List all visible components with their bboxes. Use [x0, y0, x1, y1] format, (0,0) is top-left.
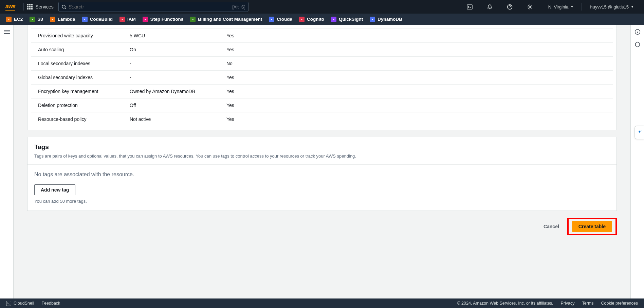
tag-limit-hint: You can add 50 more tags. — [34, 199, 610, 204]
toolbar-item-label: Cognito — [307, 17, 324, 22]
toolbar-item-dynamodb[interactable]: ▪DynamoDB — [370, 17, 402, 22]
toolbar-item-label: Billing and Cost Management — [198, 17, 262, 22]
toolbar-item-cloud9[interactable]: ▪Cloud9 — [269, 17, 292, 22]
feedback-link[interactable]: Feedback — [41, 301, 60, 306]
favorites-toolbar: ▪EC2▪S3▪Lambda▪CodeBuild▪IAM▪Step Functi… — [0, 14, 644, 25]
help-icon[interactable] — [503, 4, 516, 10]
setting-name: Provisioned write capacity — [38, 33, 130, 38]
toolbar-item-codebuild[interactable]: ▪CodeBuild — [82, 17, 113, 22]
service-icon: ▪ — [299, 17, 305, 22]
toolbar-item-step-functions[interactable]: ▪Step Functions — [143, 17, 184, 22]
service-icon: ▪ — [190, 17, 196, 22]
terms-link[interactable]: Terms — [582, 301, 594, 306]
account-menu[interactable]: huyvv15 @ glutis15▼ — [585, 4, 639, 10]
add-tag-button[interactable]: Add new tag — [34, 184, 75, 195]
chevron-down-icon: ▼ — [571, 5, 574, 8]
toolbar-item-s3[interactable]: ▪S3 — [30, 17, 43, 22]
toolbar-item-label: Cloud9 — [277, 17, 292, 22]
setting-editable: Yes — [226, 103, 606, 108]
cloudshell-link[interactable]: >_ CloudShell — [6, 301, 34, 306]
settings-icon[interactable] — [523, 4, 536, 10]
setting-editable: Yes — [226, 116, 606, 122]
sparkle-icon — [637, 130, 642, 135]
info-icon[interactable] — [634, 29, 641, 36]
region-selector[interactable]: N. Virginia▼ — [544, 4, 578, 10]
notifications-icon[interactable] — [483, 4, 496, 10]
toolbar-item-ec2[interactable]: ▪EC2 — [6, 17, 23, 22]
setting-name: Local secondary indexes — [38, 61, 130, 66]
assistant-tab[interactable] — [634, 126, 644, 139]
toolbar-item-label: S3 — [37, 17, 43, 22]
cancel-button[interactable]: Cancel — [540, 221, 563, 232]
setting-editable: No — [226, 61, 606, 66]
services-menu-button[interactable]: Services — [27, 4, 54, 10]
setting-name: Auto scaling — [38, 47, 130, 52]
toolbar-item-quicksight[interactable]: ▪QuickSight — [331, 17, 363, 22]
setting-editable: Yes — [226, 47, 606, 52]
tags-description: Tags are pairs of keys and optional valu… — [34, 153, 610, 160]
svg-point-0 — [62, 5, 65, 8]
table-row: Encryption key managementOwned by Amazon… — [31, 84, 613, 98]
tags-title: Tags — [34, 143, 610, 151]
create-table-button[interactable]: Create table — [572, 221, 612, 232]
tags-body: No tags are associated with the resource… — [27, 165, 617, 211]
right-rail — [630, 25, 644, 298]
table-row: Local secondary indexes-No — [31, 56, 613, 70]
copyright-text: © 2024, Amazon Web Services, Inc. or its… — [457, 301, 553, 306]
services-label: Services — [35, 4, 54, 10]
settings-summary-panel: Provisioned write capacity5 WCUYesAuto s… — [27, 25, 617, 130]
setting-name: Resource-based policy — [38, 116, 130, 122]
table-row: Deletion protectionOffYes — [31, 98, 613, 112]
tutorial-highlight: Create table — [567, 218, 617, 235]
tags-panel: Tags Tags are pairs of keys and optional… — [27, 137, 617, 211]
cookie-prefs-link[interactable]: Cookie preferences — [601, 301, 638, 306]
toolbar-item-iam[interactable]: ▪IAM — [119, 17, 136, 22]
separator — [23, 3, 24, 11]
toolbar-item-lambda[interactable]: ▪Lambda — [50, 17, 75, 22]
service-icon: ▪ — [50, 17, 55, 22]
services-grid-icon — [27, 4, 33, 10]
cloudshell-footer-icon: >_ — [6, 301, 11, 306]
service-icon: ▪ — [143, 17, 148, 22]
setting-name: Deletion protection — [38, 103, 130, 108]
table-row: Resource-based policyNot activeYes — [31, 112, 613, 126]
toolbar-item-label: Lambda — [58, 17, 75, 22]
toolbar-item-label: EC2 — [14, 17, 23, 22]
global-search[interactable]: [Alt+S] — [58, 2, 249, 12]
service-icon: ▪ — [6, 17, 12, 22]
toolbar-item-cognito[interactable]: ▪Cognito — [299, 17, 324, 22]
side-nav-toggle[interactable] — [4, 29, 10, 298]
footer-right: © 2024, Amazon Web Services, Inc. or its… — [457, 301, 638, 306]
table-row: Provisioned write capacity5 WCUYes — [31, 29, 613, 42]
setting-editable: Yes — [226, 33, 606, 38]
setting-value: Not active — [130, 116, 226, 122]
service-icon: ▪ — [119, 17, 125, 22]
setting-value: Owned by Amazon DynamoDB — [130, 89, 226, 94]
svg-line-1 — [65, 8, 66, 9]
hexagon-icon[interactable] — [634, 41, 641, 49]
global-footer: >_ CloudShell Feedback © 2024, Amazon We… — [0, 298, 644, 308]
svg-rect-2 — [467, 5, 472, 9]
search-input[interactable] — [69, 4, 232, 10]
setting-value: 5 WCU — [130, 33, 226, 38]
toolbar-item-label: QuickSight — [339, 17, 363, 22]
header-right: N. Virginia▼ huyvv15 @ glutis15▼ — [463, 3, 639, 11]
search-icon — [61, 4, 67, 10]
service-icon: ▪ — [269, 17, 274, 22]
aws-logo[interactable]: aws — [5, 3, 15, 11]
toolbar-item-label: DynamoDB — [378, 17, 402, 22]
setting-editable: Yes — [226, 89, 606, 94]
table-row: Auto scalingOnYes — [31, 42, 613, 56]
settings-table: Provisioned write capacity5 WCUYesAuto s… — [31, 29, 613, 126]
global-header: aws Services [Alt+S] N. Virginia▼ huyvv1… — [0, 0, 644, 14]
privacy-link[interactable]: Privacy — [561, 301, 575, 306]
chevron-down-icon: ▼ — [631, 5, 634, 8]
svg-point-4 — [529, 6, 531, 8]
toolbar-item-billing-and-cost-management[interactable]: ▪Billing and Cost Management — [190, 17, 262, 22]
left-rail — [0, 25, 14, 298]
setting-value: On — [130, 47, 226, 52]
cloudshell-icon[interactable] — [463, 4, 476, 10]
setting-value: - — [130, 75, 226, 80]
service-icon: ▪ — [82, 17, 88, 22]
toolbar-item-label: IAM — [127, 17, 136, 22]
